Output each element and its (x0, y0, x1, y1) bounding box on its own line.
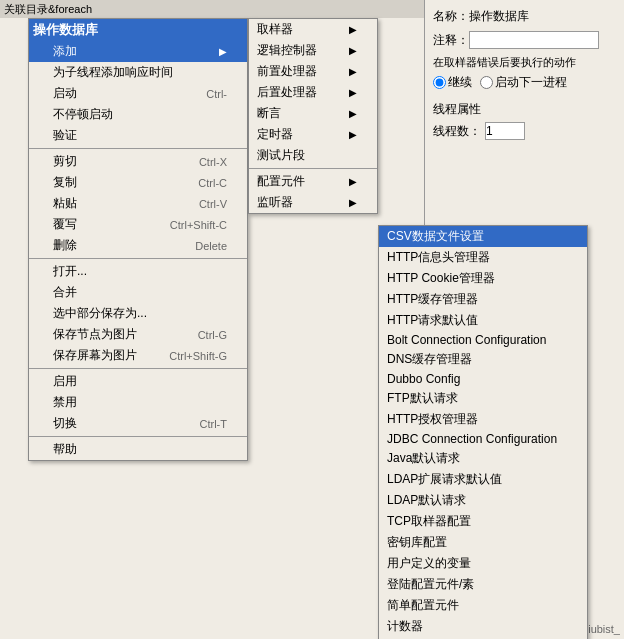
menu-item-start[interactable]: 启动 Ctrl- (29, 83, 247, 104)
sub1-context-menu: 取样器 ▶ 逻辑控制器 ▶ 前置处理器 ▶ 后置处理器 ▶ 断言 ▶ 定时器 ▶… (248, 18, 378, 214)
sub1-config-elem-label: 配置元件 (257, 173, 305, 190)
menu-header: 操作数据库 (29, 19, 247, 41)
menu-item-copy-shortcut: Ctrl-C (198, 177, 227, 189)
main-context-menu: 操作数据库 添加 ▶ 为子线程添加响应时间 启动 Ctrl- 不停顿启动 验证 … (28, 18, 248, 461)
menu-item-merge[interactable]: 合并 (29, 282, 247, 303)
menu-item-save-screen-label: 保存屏幕为图片 (53, 347, 137, 364)
thread-section-title: 线程属性 (433, 101, 616, 118)
menu-item-disable-label: 禁用 (53, 394, 77, 411)
sub2-dubbo[interactable]: Dubbo Config (379, 370, 587, 388)
comment-input[interactable] (469, 31, 599, 49)
sub1-timer[interactable]: 定时器 ▶ (249, 124, 377, 145)
sub2-counter-label: 计数器 (387, 618, 423, 635)
menu-item-cut-label: 剪切 (53, 153, 77, 170)
sub1-sampler[interactable]: 取样器 ▶ (249, 19, 377, 40)
sub2-jdbc[interactable]: JDBC Connection Configuration (379, 430, 587, 448)
sub2-ldap-ext[interactable]: LDAP扩展请求默认值 (379, 469, 587, 490)
sub2-http-defaults[interactable]: HTTP请求默认值 (379, 310, 587, 331)
sub2-csv[interactable]: CSV数据文件设置 (379, 226, 587, 247)
menu-item-add-response-label: 为子线程添加响应时间 (53, 64, 173, 81)
sub2-dubbo-label: Dubbo Config (387, 372, 460, 386)
menu-item-add[interactable]: 添加 ▶ (29, 41, 247, 62)
menu-item-start-label: 启动 (53, 85, 77, 102)
sub2-keystore[interactable]: 密钥库配置 (379, 532, 587, 553)
sub1-test-fragment[interactable]: 测试片段 (249, 145, 377, 166)
sub1-timer-label: 定时器 (257, 126, 293, 143)
sub2-login-config[interactable]: 登陆配置元件/素 (379, 574, 587, 595)
menu-item-delete[interactable]: 删除 Delete (29, 235, 247, 256)
radio-restart-item[interactable]: 启动下一进程 (480, 74, 567, 91)
sub1-listener[interactable]: 监听器 ▶ (249, 192, 377, 213)
menu-item-save-selection[interactable]: 选中部分保存为... (29, 303, 247, 324)
sub2-http-header[interactable]: HTTP信息头管理器 (379, 247, 587, 268)
sub2-http-auth[interactable]: HTTP授权管理器 (379, 409, 587, 430)
menu-item-cut[interactable]: 剪切 Ctrl-X (29, 151, 247, 172)
sub2-user-vars-label: 用户定义的变量 (387, 555, 471, 572)
menu-item-help[interactable]: 帮助 (29, 439, 247, 460)
sub1-assertion[interactable]: 断言 ▶ (249, 103, 377, 124)
sub1-config-elem[interactable]: 配置元件 ▶ (249, 171, 377, 192)
sub1-post-proc-label: 后置处理器 (257, 84, 317, 101)
sub2-simple-config-label: 简单配置元件 (387, 597, 459, 614)
sub1-listener-label: 监听器 (257, 194, 293, 211)
menu-item-start-nobreak[interactable]: 不停顿启动 (29, 104, 247, 125)
sub1-pre-proc[interactable]: 前置处理器 ▶ (249, 61, 377, 82)
arrow-icon: ▶ (219, 46, 227, 57)
sub2-http-cookie[interactable]: HTTP Cookie管理器 (379, 268, 587, 289)
thread-section: 线程属性 线程数： (433, 101, 616, 140)
menu-item-delete-label: 删除 (53, 237, 77, 254)
top-bar-text: 关联目录&foreach (4, 2, 92, 17)
separator-4 (29, 436, 247, 437)
sub2-bolt[interactable]: Bolt Connection Configuration (379, 331, 587, 349)
menu-item-paste[interactable]: 粘贴 Ctrl-V (29, 193, 247, 214)
sub2-dns-cache-label: DNS缓存管理器 (387, 351, 472, 368)
sub2-tcp[interactable]: TCP取样器配置 (379, 511, 587, 532)
menu-item-enable[interactable]: 启用 (29, 371, 247, 392)
sub2-counter[interactable]: 计数器 (379, 616, 587, 637)
sub1-post-proc[interactable]: 后置处理器 ▶ (249, 82, 377, 103)
menu-item-toggle-label: 切换 (53, 415, 77, 432)
name-value: 操作数据库 (469, 8, 529, 25)
sub2-http-header-label: HTTP信息头管理器 (387, 249, 490, 266)
sub2-tcp-label: TCP取样器配置 (387, 513, 471, 530)
arrow-icon-timer: ▶ (349, 129, 357, 140)
error-label: 在取样器错误后要执行的动作 (433, 55, 616, 70)
menu-item-save-node-label: 保存节点为图片 (53, 326, 137, 343)
sub1-logic-ctrl[interactable]: 逻辑控制器 ▶ (249, 40, 377, 61)
sub2-ftp-label: FTP默认请求 (387, 390, 458, 407)
sub2-http-defaults-label: HTTP请求默认值 (387, 312, 478, 329)
sub2-user-vars[interactable]: 用户定义的变量 (379, 553, 587, 574)
sub2-ftp[interactable]: FTP默认请求 (379, 388, 587, 409)
menu-item-save-screen[interactable]: 保存屏幕为图片 Ctrl+Shift-G (29, 345, 247, 366)
arrow-icon-listener: ▶ (349, 197, 357, 208)
menu-item-cut-shortcut: Ctrl-X (199, 156, 227, 168)
menu-item-verify[interactable]: 验证 (29, 125, 247, 146)
sub2-simple-config[interactable]: 简单配置元件 (379, 595, 587, 616)
sub2-http-cookie-label: HTTP Cookie管理器 (387, 270, 495, 287)
menu-item-disable[interactable]: 禁用 (29, 392, 247, 413)
thread-count-input[interactable] (485, 122, 525, 140)
menu-item-toggle[interactable]: 切换 Ctrl-T (29, 413, 247, 434)
sub2-java[interactable]: Java默认请求 (379, 448, 587, 469)
menu-item-save-node[interactable]: 保存节点为图片 Ctrl-G (29, 324, 247, 345)
arrow-icon-sampler: ▶ (349, 24, 357, 35)
radio-restart-label: 启动下一进程 (495, 74, 567, 91)
menu-item-open-label: 打开... (53, 263, 87, 280)
sub1-separator (249, 168, 377, 169)
radio-continue[interactable] (433, 76, 446, 89)
sub2-bolt-label: Bolt Connection Configuration (387, 333, 546, 347)
sub2-http-cache[interactable]: HTTP缓存管理器 (379, 289, 587, 310)
radio-continue-item[interactable]: 继续 (433, 74, 472, 91)
menu-item-add-response[interactable]: 为子线程添加响应时间 (29, 62, 247, 83)
radio-restart[interactable] (480, 76, 493, 89)
sub2-dns-cache[interactable]: DNS缓存管理器 (379, 349, 587, 370)
sub2-ldap[interactable]: LDAP默认请求 (379, 490, 587, 511)
menu-item-merge-label: 合并 (53, 284, 77, 301)
menu-item-save-screen-shortcut: Ctrl+Shift-G (169, 350, 227, 362)
menu-item-overwrite-label: 覆写 (53, 216, 77, 233)
menu-item-copy[interactable]: 复制 Ctrl-C (29, 172, 247, 193)
sub2-login-config-label: 登陆配置元件/素 (387, 576, 474, 593)
menu-item-open[interactable]: 打开... (29, 261, 247, 282)
menu-item-overwrite[interactable]: 覆写 Ctrl+Shift-C (29, 214, 247, 235)
thread-count-label: 线程数： (433, 123, 481, 140)
